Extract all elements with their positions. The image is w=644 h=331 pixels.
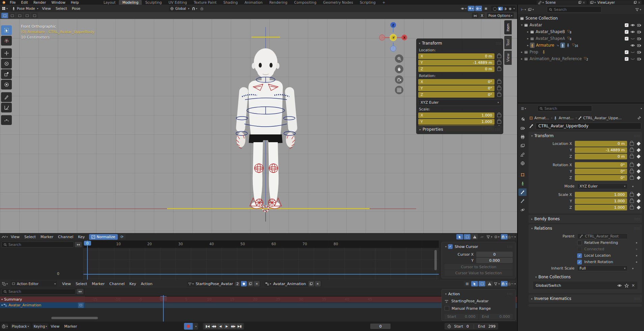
lock-icon[interactable] xyxy=(497,87,501,90)
dope-menu-view[interactable]: View xyxy=(60,282,73,286)
dope-playhead[interactable] xyxy=(163,295,164,322)
breadcrumb-armature[interactable]: Armat... xyxy=(559,116,573,120)
lock-icon[interactable] xyxy=(630,176,634,180)
tab-scene[interactable] xyxy=(518,151,527,158)
shading-dropdown-icon[interactable]: ▾ xyxy=(513,7,515,10)
eye-closed-icon[interactable] xyxy=(630,36,635,41)
camera-render-icon[interactable] xyxy=(637,23,641,27)
keyframe-diamond-icon[interactable] xyxy=(637,205,641,209)
tool-annotate[interactable] xyxy=(1,92,12,102)
location-z-field[interactable]: Z0 m xyxy=(418,66,494,72)
bone-rotation-y[interactable]: 0° xyxy=(575,169,627,174)
rotation-y-field[interactable]: Y0° xyxy=(418,85,494,91)
pose-options-dropdown[interactable]: Pose Options▾ xyxy=(487,13,514,18)
keyframe-diamond-icon[interactable] xyxy=(637,142,641,146)
select-mode-invert-icon[interactable] xyxy=(24,13,30,18)
lock-icon[interactable] xyxy=(630,200,634,203)
rotation-mode-dropdown[interactable]: XYZ Euler▾ xyxy=(418,99,501,106)
viewport-menu-pose[interactable]: Pose xyxy=(70,6,83,11)
sidebar-tab-tool[interactable]: Tool xyxy=(504,36,512,49)
outliner-row-scene-collection[interactable]: Scene Collection xyxy=(518,15,644,22)
viewport-menu-select[interactable]: Select xyxy=(53,6,70,11)
select-mode-intersect-icon[interactable] xyxy=(31,13,38,18)
cursor-to-selection-button[interactable]: Cursor to Selection xyxy=(445,264,513,270)
expand-icon[interactable]: ▸ xyxy=(526,37,530,40)
tool-measure[interactable] xyxy=(1,103,12,112)
outliner-filter-mode-icon[interactable]: ▾ xyxy=(528,7,534,12)
parent-field[interactable]: CTRL_Avatar_Root xyxy=(577,233,628,239)
scale-x-field[interactable]: X1.000 xyxy=(418,112,494,118)
dope-filter-icon[interactable]: ▾ xyxy=(493,281,500,286)
overlays-toggle-icon[interactable]: ◍▾ xyxy=(475,6,482,11)
3d-viewport[interactable]: Front Orthographic (0) Armature : CTRL_A… xyxy=(0,19,517,233)
shading-rendered-icon[interactable]: ◉ xyxy=(508,7,513,10)
editor-type-timeline-icon[interactable]: ▾ xyxy=(1,324,8,329)
keyframe-diamond-icon[interactable] xyxy=(637,176,641,180)
dope-menu-key[interactable]: Key xyxy=(127,282,138,286)
eye-icon[interactable] xyxy=(617,283,622,288)
lock-icon[interactable] xyxy=(630,193,634,197)
channel-solo-icon[interactable] xyxy=(78,303,84,308)
eye-closed-icon[interactable] xyxy=(630,50,635,54)
properties-options-icon[interactable]: ▾ xyxy=(641,107,642,110)
lock-icon[interactable] xyxy=(630,142,634,146)
graph-menu-marker[interactable]: Marker xyxy=(38,235,56,239)
bone-name-field[interactable]: CTRL_Avatar_UpperBody xyxy=(536,123,641,129)
dope-channel-search-input[interactable]: Search xyxy=(1,289,76,295)
cursor-value-to-selection-button[interactable]: Cursor Value to Selection xyxy=(445,270,513,276)
cursor-y-field[interactable]: 0.000 xyxy=(476,258,513,263)
tool-pose-breakdowner[interactable] xyxy=(1,115,12,125)
mirror-x-toggle[interactable]: X xyxy=(479,13,485,18)
tool-transform[interactable] xyxy=(1,80,12,90)
lock-icon[interactable] xyxy=(630,170,634,173)
play-button[interactable]: ▶ xyxy=(224,324,230,329)
keyframe-diamond-icon[interactable] xyxy=(637,154,641,158)
dope-menu-marker[interactable]: Marker xyxy=(89,282,107,286)
panel-header-bone-collections[interactable]: ▾Bone Collections xyxy=(531,274,640,280)
editor-type-graph-icon[interactable]: ▾ xyxy=(1,234,8,239)
outliner-search-input[interactable]: Search xyxy=(547,6,601,12)
play-reverse-button[interactable]: ◀ xyxy=(217,324,223,329)
playback-menu[interactable]: Playback▾ xyxy=(10,323,30,329)
action-users-count[interactable]: 2 xyxy=(235,282,240,286)
outliner-row-animation-area-reference[interactable]: ▸ Animation_Area_Reference ▽2 ✓ xyxy=(518,55,644,62)
graph-plot-area[interactable]: 10 20 30 40 50 60 70 80 0 0 xyxy=(83,240,439,280)
bone-scale-z[interactable]: 1.000 xyxy=(575,205,627,210)
star-icon[interactable] xyxy=(624,283,629,288)
collection-checkbox[interactable]: ✓ xyxy=(625,30,628,34)
unlink-animation-icon[interactable]: × xyxy=(315,281,321,286)
lock-icon[interactable] xyxy=(497,120,501,124)
outliner-row-avatar-shapeb[interactable]: ▸ Avatar_ShapeB ▽8 ✓ xyxy=(518,28,644,35)
editor-type-3dview-icon[interactable]: ▾ xyxy=(1,6,8,11)
graph-only-errors-icon[interactable] xyxy=(471,234,478,239)
graph-box-select-icon[interactable] xyxy=(464,234,471,239)
filter-toggle-icon[interactable]: ↔ xyxy=(75,242,82,247)
channel-row-avatar-animation[interactable]: ▾ Avatar_Animation xyxy=(0,302,85,308)
lock-icon[interactable] xyxy=(630,155,634,158)
breadcrumb-object[interactable]: Armat... xyxy=(534,116,549,120)
animate-dot[interactable] xyxy=(636,242,637,244)
camera-render-icon[interactable] xyxy=(637,50,641,54)
snap-toggle-icon[interactable]: ▾ xyxy=(191,6,198,11)
graph-ruler[interactable]: 10 20 30 40 50 60 70 80 xyxy=(83,240,439,248)
keyframe-diamond-icon[interactable] xyxy=(637,148,641,152)
tab-bone[interactable] xyxy=(518,188,527,196)
filter-toggle-icon[interactable]: ↔ xyxy=(77,289,83,294)
expand-icon[interactable]: ▾ xyxy=(520,23,524,27)
lock-icon[interactable] xyxy=(497,61,501,65)
transform-orientation-selector[interactable]: Global▾ xyxy=(169,6,191,11)
rotation-z-field[interactable]: Z0° xyxy=(418,92,494,98)
menu-window[interactable]: Window xyxy=(49,0,68,4)
scale-y-field[interactable]: Y1.000 xyxy=(418,119,494,125)
animate-dot[interactable] xyxy=(632,268,634,269)
tool-cursor[interactable] xyxy=(1,36,12,46)
graph-playhead-badge[interactable]: 0 xyxy=(84,241,91,246)
perspective-toggle-button[interactable] xyxy=(395,86,403,94)
workspace-tab-scripting[interactable]: Scripting xyxy=(356,0,379,5)
workspace-tab-uvediting[interactable]: UV Editing xyxy=(165,0,190,5)
panel-header-relations[interactable]: ▾Relations:::: xyxy=(531,225,640,232)
keyframe-diamond-icon[interactable] xyxy=(637,169,641,173)
timeline-menu-marker[interactable]: Marker xyxy=(62,324,79,329)
expand-icon[interactable]: ▸ xyxy=(520,57,524,60)
workspace-tab-compositing[interactable]: Compositing xyxy=(291,0,320,5)
